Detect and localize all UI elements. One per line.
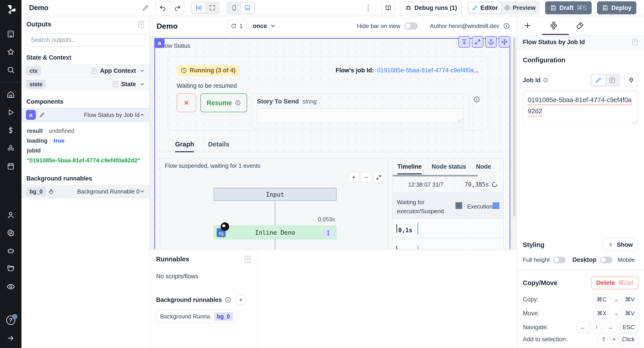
styling-heading: Styling [523,241,544,249]
hide-bar-toggle[interactable] [404,22,418,30]
story-textarea[interactable] [257,108,464,123]
kbd-cmd-v: ⌘V [622,294,638,305]
edit-title-pencil-icon[interactable] [142,5,149,11]
copy-shortcut-label: Copy: [523,296,539,303]
star-icon[interactable] [6,48,15,56]
info-icon[interactable] [225,297,231,303]
collapse-arrow-icon[interactable] [6,334,15,343]
flow-graph-panel[interactable]: Flow suspended, waiting for 1 events + −… [160,158,388,249]
docs-book-button[interactable] [382,1,395,14]
fill-height-icon[interactable] [458,36,470,48]
refresh-mode-dropdown[interactable]: once [253,23,276,30]
outputs-title: Outputs [26,21,51,28]
info-icon[interactable] [474,96,480,103]
styling-tab-brush-icon[interactable] [576,22,584,30]
desktop-view-button[interactable] [241,3,254,13]
fullscreen-button[interactable] [206,3,219,13]
users-icon[interactable] [6,211,15,220]
doc-icon[interactable] [632,39,638,46]
connect-plug-icon[interactable] [624,74,638,87]
graph-edge [275,239,275,249]
component-output-values: result:undefined loading:true jobId: "01… [22,122,149,167]
graph-node-input[interactable]: Input [214,188,336,201]
folder-icon[interactable] [6,264,15,273]
chevron-left-icon [608,242,613,247]
background-runnable-card[interactable]: Background Runna... bg_0 [156,310,237,323]
center-content-button[interactable] [192,3,206,13]
show-styling-button[interactable]: Show [603,239,638,251]
job-id-textarea[interactable]: 0191085e-5baa-81ef-4774-c9ef4f0a92d2 [523,91,638,124]
runs-play-icon[interactable] [6,108,15,117]
legend-waiting-label: Waiting for executor/Suspend [397,198,453,216]
expand-icon[interactable] [472,36,484,48]
mobile-view-button[interactable] [228,3,241,13]
canvas-board[interactable]: a Flow Status Runni [150,36,516,249]
workers-robot-icon[interactable] [6,246,15,255]
graph-node-inline-deno[interactable]: TS Inline Deno I [214,226,336,239]
tab-timeline[interactable]: Timeline [397,163,422,175]
info-icon[interactable] [503,23,510,29]
resources-cubes-icon[interactable] [6,144,15,153]
zoom-out-icon[interactable]: − [361,172,372,183]
zoom-in-icon[interactable]: + [348,172,359,183]
delete-component-button[interactable]: Delete ⌘Del [591,276,638,289]
windmill-logo[interactable] [4,4,17,16]
background-runnables-heading: Background runnables [22,167,149,185]
search-outputs-input[interactable] [26,33,145,47]
chevron-down-icon[interactable] [140,68,145,73]
state-row[interactable]: state State [22,77,149,91]
insert-component-tab-plus-icon[interactable] [524,22,531,29]
chevron-down-icon[interactable] [140,189,145,194]
fit-view-icon[interactable] [374,172,384,183]
edit-component-pencil-icon[interactable] [37,110,47,120]
anchor-icon[interactable] [485,36,497,48]
redo-button[interactable] [170,2,184,14]
static-input-pencil-icon[interactable] [592,75,605,86]
help-icon[interactable]: ? [6,316,15,325]
flow-status-component[interactable]: a Flow Status Runni [154,38,510,249]
tab-node[interactable]: Node [476,163,491,175]
timeline-tabs-scrollbar[interactable] [392,175,478,177]
ctx-row[interactable]: ctx App Context [22,64,149,77]
expression-input-fx-icon[interactable] [605,75,619,86]
variables-dollar-icon[interactable] [6,126,15,135]
bg-runnable-row[interactable]: bg_0 Background Runnable 0 [22,185,149,198]
deploy-button[interactable]: Deploy [597,1,636,14]
component-settings-tab-icon[interactable] [550,22,558,30]
tab-graph[interactable]: Graph [175,141,194,152]
undo-button[interactable] [156,2,170,14]
desktop-mobile-toggle[interactable] [600,257,612,263]
add-background-runnable-button[interactable]: + [236,295,246,305]
canvas-scrollbar[interactable] [514,37,515,217]
kbd-arrow-up: ↑ [592,321,602,333]
resume-button[interactable]: Resume [200,93,247,112]
doc-icon[interactable] [244,256,251,263]
schedules-calendar-icon[interactable] [6,162,15,171]
home-icon[interactable] [6,90,15,99]
tab-details[interactable]: Details [208,141,229,152]
cancel-button[interactable]: ✕ [177,93,196,112]
settings-gear-icon[interactable] [6,228,15,237]
device-toggle-group [226,1,255,14]
draft-button[interactable]: Draft⌘S [545,1,592,14]
building-icon[interactable] [6,30,15,39]
job-id-label: Flow's job Id: [336,67,374,74]
job-id-link[interactable]: 0191085e-5baa-81ef-4774-c9ef4f0a [377,67,474,74]
component-a-badge: a [26,110,36,120]
search-icon[interactable] [6,65,15,74]
move-icon[interactable] [499,36,510,48]
refresh-count-button[interactable]: 1 [227,20,246,32]
audit-eye-icon[interactable] [6,282,15,291]
tab-preview[interactable]: Preview [501,3,539,13]
chevron-up-icon[interactable] [140,112,145,118]
elapsed-time: 70,385s [464,181,489,188]
more-options-kebab-icon[interactable]: ⋮ [360,3,376,12]
tab-editor[interactable]: Editor [469,3,501,13]
component-a-row[interactable]: a Flow Status by Job Id [22,108,149,122]
timeline-row: 0,1s [392,219,503,238]
tab-node-status[interactable]: Node status [432,163,466,175]
full-height-toggle[interactable] [553,257,566,263]
chevron-down-icon[interactable] [140,82,145,87]
doc-icon[interactable] [138,21,144,28]
debug-runs-button[interactable]: Debug runs (1) [400,1,462,14]
